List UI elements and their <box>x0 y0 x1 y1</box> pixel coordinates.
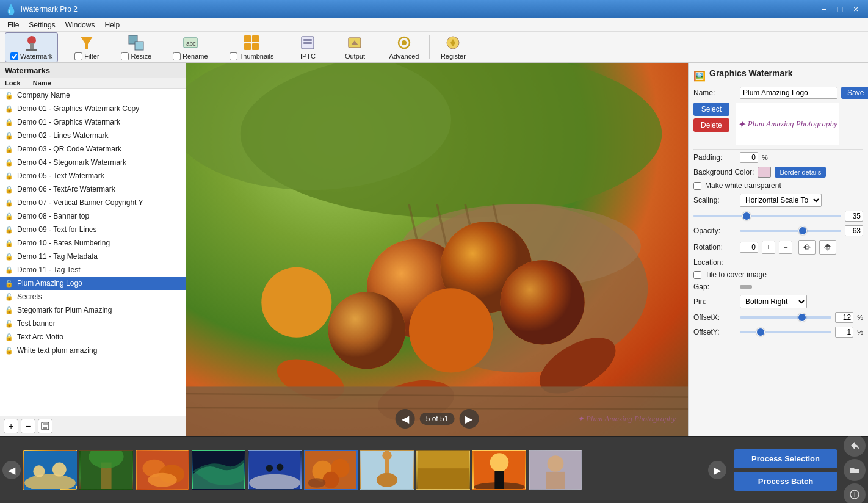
pin-dropdown[interactable]: Top Left Top Center Top Right Middle Lef… <box>740 295 807 308</box>
prev-image-button[interactable]: ◀ <box>396 409 415 429</box>
menu-settings[interactable]: Settings <box>24 20 60 31</box>
minimize-button[interactable]: − <box>817 3 831 15</box>
iptc-label: IPTC <box>300 52 316 60</box>
list-item[interactable]: 🔓 Secrets <box>0 290 186 303</box>
list-item[interactable]: 🔒 Demo 10 - Bates Numbering <box>0 236 186 250</box>
list-item[interactable]: 🔒 Demo 09 - Text for Lines <box>0 223 186 236</box>
list-item[interactable]: 🔓 Company Name <box>0 89 186 102</box>
padding-row: Padding: % <box>693 152 863 163</box>
filmstrip-prev-button[interactable]: ◀ <box>2 461 21 479</box>
list-item[interactable]: 🔓 Test banner <box>0 317 186 330</box>
film-thumbnail[interactable] <box>360 450 414 490</box>
info-button[interactable]: i <box>844 483 866 503</box>
filter-icon <box>78 34 95 51</box>
maximize-button[interactable]: □ <box>833 3 847 15</box>
name-input[interactable] <box>740 87 837 99</box>
process-selection-button[interactable]: Process Selection <box>734 449 837 468</box>
watermark-icon <box>23 34 40 51</box>
lock-closed-icon: 🔒 <box>5 131 13 140</box>
sidebar-list[interactable]: 🔓 Company Name 🔒 Demo 01 - Graphics Wate… <box>0 89 186 416</box>
bgcolor-row: Background Color: Border details <box>693 167 863 178</box>
list-item[interactable]: 🔒 Demo 11 - Tag Test <box>0 263 186 277</box>
tool-iptc[interactable]: IPTC <box>289 32 326 62</box>
list-item[interactable]: 🔒 Demo 02 - Lines Watermark <box>0 129 186 142</box>
select-button[interactable]: Select <box>693 103 729 116</box>
tool-output[interactable]: Output <box>336 32 373 62</box>
watermark-checkbox[interactable] <box>10 52 18 60</box>
list-item[interactable]: 🔒 Demo 03 - QR Code Watermark <box>0 142 186 156</box>
film-thumbnail[interactable] <box>529 450 582 490</box>
rotation-row: Rotation: + − <box>693 240 863 255</box>
tool-advanced[interactable]: Advanced <box>383 32 424 62</box>
close-button[interactable]: × <box>848 3 863 15</box>
list-item[interactable]: 🔒 Demo 01 - Graphics Watermark Copy <box>0 102 186 115</box>
film-thumbnail[interactable] <box>136 450 189 490</box>
film-thumbnail[interactable] <box>472 450 526 490</box>
next-image-button[interactable]: ▶ <box>459 409 479 429</box>
padding-input[interactable] <box>740 152 758 163</box>
opacity-value[interactable] <box>845 225 863 236</box>
rotation-minus-button[interactable]: − <box>779 241 792 254</box>
film-thumbnail[interactable] <box>416 450 470 490</box>
flip-vertical-button[interactable] <box>819 240 836 255</box>
tool-register[interactable]: Register <box>435 32 471 62</box>
add-watermark-button[interactable]: + <box>4 419 18 433</box>
list-item-selected[interactable]: 🔓 Plum Amazing Logo <box>0 277 186 290</box>
svg-point-68 <box>323 472 339 488</box>
offsety-value[interactable] <box>835 327 853 338</box>
opacity-slider[interactable] <box>740 230 841 232</box>
share-button[interactable] <box>844 435 866 457</box>
film-thumbnail[interactable] <box>79 450 133 490</box>
list-item[interactable]: 🔓 White text plum amazing <box>0 344 186 357</box>
rotation-value[interactable] <box>740 242 758 253</box>
thumbnails-checkbox[interactable] <box>230 52 237 60</box>
list-item[interactable]: 🔒 Demo 06 - TextArc Watermark <box>0 183 186 196</box>
tool-rename[interactable]: abc Rename <box>167 32 214 62</box>
scaling-dropdown[interactable]: Horizontal Scale To Vertical Scale To Fi… <box>740 194 822 207</box>
offsetx-value[interactable] <box>835 312 853 323</box>
svg-point-52 <box>52 463 67 477</box>
svg-rect-11 <box>252 43 259 50</box>
tool-thumbnails[interactable]: Thumbnails <box>224 32 280 62</box>
rename-checkbox[interactable] <box>173 52 181 60</box>
sidebar-col-header: Lock Name <box>0 78 186 89</box>
scaling-slider[interactable] <box>693 215 841 217</box>
tile-checkbox[interactable] <box>693 271 701 279</box>
save-button[interactable]: Save <box>841 87 868 99</box>
menu-file[interactable]: File <box>2 20 24 31</box>
list-item[interactable]: 🔒 Demo 01 - Graphics Watermark <box>0 115 186 129</box>
process-batch-button[interactable]: Process Batch <box>734 472 837 491</box>
save-watermark-button[interactable] <box>38 419 52 433</box>
folder-button[interactable] <box>844 459 866 481</box>
filter-checkbox[interactable] <box>74 52 82 60</box>
color-swatch[interactable] <box>758 167 771 178</box>
list-item[interactable]: 🔓 Stegomark for Plum Amazing <box>0 303 186 317</box>
offsetx-slider[interactable] <box>740 316 831 319</box>
offsety-slider[interactable] <box>740 331 831 333</box>
list-item[interactable]: 🔓 Text Arc Motto <box>0 330 186 344</box>
film-thumbnail[interactable] <box>23 450 77 490</box>
list-item[interactable]: 🔒 Demo 05 - Text Watermark <box>0 169 186 183</box>
remove-watermark-button[interactable]: − <box>21 419 35 433</box>
list-item[interactable]: 🔒 Demo 08 - Banner top <box>0 209 186 223</box>
border-details-button[interactable]: Border details <box>775 167 826 178</box>
tool-resize[interactable]: Resize <box>115 32 157 62</box>
film-thumbnail[interactable] <box>192 450 245 490</box>
filmstrip-next-button[interactable]: ▶ <box>708 461 726 479</box>
tool-filter[interactable]: Filter <box>68 32 105 62</box>
rotation-plus-button[interactable]: + <box>762 241 775 254</box>
flip-horizontal-button[interactable] <box>798 240 816 255</box>
tool-watermark[interactable]: Watermark <box>5 32 58 62</box>
delete-button[interactable]: Delete <box>693 118 729 132</box>
scaling-value[interactable] <box>845 211 863 222</box>
menu-help[interactable]: Help <box>99 20 125 31</box>
resize-checkbox[interactable] <box>121 52 129 60</box>
svg-rect-5 <box>135 42 143 50</box>
film-thumbnail-active[interactable] <box>304 450 358 490</box>
menu-windows[interactable]: Windows <box>60 20 100 31</box>
film-thumbnail[interactable] <box>248 450 302 490</box>
list-item[interactable]: 🔒 Demo 07 - Vertical Banner Copyright Y <box>0 196 186 209</box>
list-item[interactable]: 🔒 Demo 04 - Stegomark Watermark <box>0 156 186 169</box>
list-item[interactable]: 🔒 Demo 11 - Tag Metadata <box>0 250 186 263</box>
white-transparent-checkbox[interactable] <box>693 182 701 190</box>
